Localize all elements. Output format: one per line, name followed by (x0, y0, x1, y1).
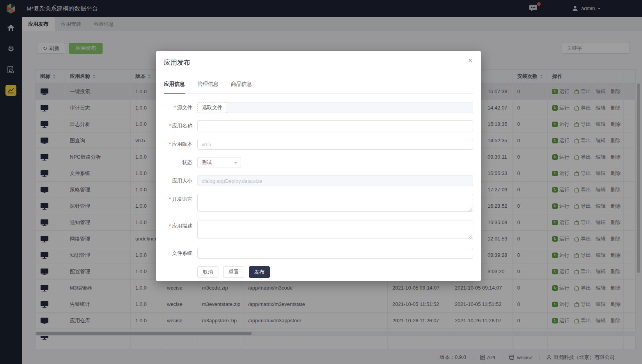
status-select[interactable]: 测试 (197, 157, 241, 168)
field-source-file: *源文件 选取文件 (164, 102, 473, 113)
field-app-name: *应用名称 (164, 120, 473, 131)
app-size-input (197, 175, 473, 186)
choose-file-button[interactable]: 选取文件 (197, 102, 227, 113)
file-system-input[interactable] (197, 248, 473, 259)
field-label: 状态 (182, 159, 192, 165)
field-label: 文件系统 (172, 250, 192, 256)
reset-button[interactable]: 重置 (223, 266, 244, 278)
field-status: 状态 测试 (164, 157, 473, 168)
dialog-tabs: 应用信息 管理信息 商品信息 (164, 81, 473, 94)
dev-language-textarea[interactable] (197, 194, 473, 212)
cancel-button[interactable]: 取消 (197, 266, 218, 278)
required-asterisk: * (169, 123, 171, 129)
field-label: 开发语言 (172, 196, 192, 202)
app-publish-dialog: 应用发布 × 应用信息 管理信息 商品信息 *源文件 选取文件 *应用名称 *应… (156, 51, 481, 281)
publish-form: *源文件 选取文件 *应用名称 *应用版本 状态 测试 (164, 102, 473, 278)
source-file-input[interactable] (197, 102, 473, 113)
dialog-tab-manage-info[interactable]: 管理信息 (197, 81, 218, 93)
dialog-title: 应用发布 (164, 58, 190, 67)
dialog-buttons: 取消 重置 发布 (197, 266, 473, 278)
field-label: 源文件 (177, 104, 192, 110)
field-label: 应用名称 (172, 123, 192, 129)
chevron-down-icon (234, 162, 237, 165)
required-asterisk: * (169, 223, 171, 229)
field-app-size: 应用大小 (164, 175, 473, 186)
field-label: 应用版本 (172, 141, 192, 147)
field-app-description: *应用描述 (164, 221, 473, 240)
field-app-version: *应用版本 (164, 139, 473, 150)
field-label: 应用大小 (172, 178, 192, 184)
dialog-tab-app-info[interactable]: 应用信息 (164, 81, 185, 94)
field-file-system: 文件系统 (164, 248, 473, 259)
required-asterisk: * (169, 141, 171, 147)
close-icon[interactable]: × (466, 56, 475, 65)
app-description-textarea[interactable] (197, 221, 473, 239)
app-name-input[interactable] (197, 120, 473, 131)
publish-submit-button[interactable]: 发布 (249, 266, 270, 278)
field-label: 应用描述 (172, 223, 192, 229)
app-version-input[interactable] (197, 139, 473, 150)
dialog-tab-product-info[interactable]: 商品信息 (231, 81, 252, 93)
field-dev-language: *开发语言 (164, 194, 473, 213)
required-asterisk: * (174, 104, 176, 110)
status-select-value: 测试 (202, 159, 212, 166)
required-asterisk: * (169, 196, 171, 202)
